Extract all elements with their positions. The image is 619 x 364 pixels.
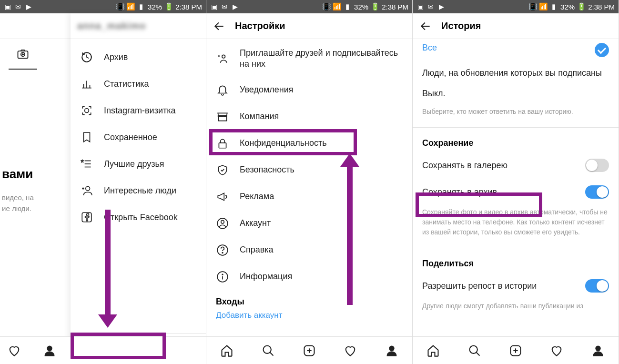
menu-label: Приглашайте друзей и подписывайтесь на н… (240, 48, 403, 70)
svg-point-24 (222, 55, 225, 59)
username-header: anna_makimo (77, 20, 146, 31)
settings-item-notifications[interactable]: Уведомления (206, 77, 412, 103)
panel-settings: ▣ ✉ ▶ 📳 📶 ▮ 32% 🔋 2:38 PM Настройки Приг… (206, 0, 413, 364)
settings-item-help[interactable]: Справка (206, 237, 412, 263)
svg-point-22 (47, 346, 51, 350)
save-archive-row[interactable]: Сохранять в архив (413, 179, 619, 205)
help-icon (216, 243, 229, 257)
svg-point-35 (263, 345, 271, 353)
settings-item-business[interactable]: Компания (206, 103, 412, 130)
signal-icon: ▮ (137, 3, 145, 10)
stats-icon (80, 77, 93, 91)
svg-marker-16 (81, 160, 83, 162)
add-post-icon[interactable] (508, 344, 523, 358)
back-arrow-icon[interactable] (419, 20, 432, 32)
menu-item-facebook[interactable]: Открыть Facebook (71, 204, 206, 231)
heart-icon[interactable] (0, 344, 29, 358)
invite-icon (216, 52, 229, 65)
add-post-icon[interactable] (302, 344, 316, 358)
wifi-icon: 📶 (539, 3, 547, 10)
menu-item-discover[interactable]: Интересные люди (71, 177, 206, 204)
archive-icon (80, 51, 93, 64)
save-gallery-row[interactable]: Сохранять в галерею (413, 152, 619, 179)
add-photo-tab[interactable] (9, 39, 37, 70)
svg-line-36 (270, 352, 273, 355)
profile-icon[interactable] (591, 344, 605, 358)
bookmark-icon (80, 131, 93, 144)
status-bar: ▣ ✉ ▶ 📳 📶 ▮ 32% 🔋 2:38 PM (0, 0, 206, 13)
svg-line-43 (476, 352, 479, 355)
vibrate-icon: 📳 (116, 3, 124, 10)
menu-item-close-friends[interactable]: Лучшие друзья (71, 151, 206, 177)
menu-item-nametag[interactable]: Instagram-визитка (71, 97, 206, 124)
menu-item-archive[interactable]: Архив (71, 44, 206, 71)
picture-icon: ▣ (416, 3, 424, 10)
settings-item-info[interactable]: Информация (206, 263, 412, 290)
menu-label: Статистика (104, 79, 149, 89)
play-icon: ▶ (231, 3, 239, 10)
option-off-label[interactable]: Выкл. (413, 84, 619, 105)
search-icon[interactable] (261, 344, 275, 358)
lock-icon (216, 137, 229, 150)
settings-item-ads[interactable]: Реклама (206, 183, 412, 210)
large-fragment-text: вами (0, 167, 33, 182)
heart-icon[interactable] (343, 344, 357, 358)
settings-item-privacy[interactable]: Конфиденциальность (206, 130, 412, 157)
save-section-title: Сохранение (413, 131, 619, 152)
option-all-row[interactable]: Все (413, 41, 619, 62)
svg-point-12 (85, 109, 89, 113)
play-icon: ▶ (25, 3, 32, 10)
home-icon[interactable] (220, 344, 234, 358)
svg-rect-27 (219, 143, 226, 148)
nametag-icon (80, 104, 93, 117)
svg-point-42 (469, 345, 477, 353)
settings-item-account[interactable]: Аккаунт (206, 210, 412, 237)
hamburger-icon[interactable] (49, 20, 61, 32)
divider (413, 248, 619, 248)
profile-side-menu: anna_makimo Архив Статистика Instagram-в… (71, 13, 206, 364)
account-icon (216, 217, 229, 230)
save-gallery-label: Сохранять в галерею (422, 161, 507, 171)
battery-icon: 🔋 (371, 3, 379, 10)
allow-repost-toggle[interactable] (585, 279, 609, 293)
save-gallery-toggle[interactable] (585, 159, 609, 172)
home-icon[interactable] (426, 344, 440, 358)
bottom-tab-bar (206, 336, 412, 364)
reply-hint-text: Выберите, кто может ответить на вашу ист… (413, 105, 619, 124)
allow-repost-row[interactable]: Разрешить репост в истории (413, 273, 619, 299)
profile-page-fragment: вами видео, на ие люди. (0, 13, 71, 364)
wifi-icon: 📶 (333, 3, 341, 10)
menu-item-saved[interactable]: Сохраненное (71, 124, 206, 151)
svg-point-47 (596, 346, 600, 350)
menu-label: Лучшие друзья (104, 159, 164, 169)
share-section-title: Поделиться (413, 251, 619, 273)
panel-story-settings: ▣ ✉ ▶ 📳 📶 ▮ 32% 🔋 2:38 PM История Все Лю… (413, 0, 619, 364)
picture-icon: ▣ (4, 3, 11, 10)
divider (413, 127, 619, 128)
bell-icon (216, 83, 229, 97)
settings-item-security[interactable]: Безопасность (206, 157, 412, 183)
option-followed-label[interactable]: Люди, на обновления которых вы подписаны (413, 62, 619, 84)
menu-item-stats[interactable]: Статистика (71, 71, 206, 97)
vibrate-icon: 📳 (323, 3, 330, 10)
menu-label: Реклама (240, 192, 274, 202)
battery-icon: 🔋 (578, 3, 585, 10)
menu-label: Уведомления (240, 85, 294, 95)
small-fragment-text: видео, на ие люди. (0, 192, 34, 214)
settings-item-invite[interactable]: Приглашайте друзей и подписывайтесь на н… (206, 41, 412, 77)
battery-text: 32% (354, 3, 368, 11)
save-archive-toggle[interactable] (585, 185, 609, 199)
shield-icon (216, 163, 229, 177)
profile-icon[interactable] (385, 344, 399, 358)
story-header: История (413, 13, 619, 39)
back-arrow-icon[interactable] (213, 20, 225, 32)
heart-icon[interactable] (549, 344, 564, 358)
wifi-icon: 📶 (127, 3, 134, 10)
add-account-link[interactable]: Добавить аккаунт (206, 311, 412, 325)
profile-icon[interactable] (29, 344, 71, 358)
page-title: История (441, 20, 481, 31)
search-icon[interactable] (467, 344, 482, 358)
logins-section: Входы (206, 290, 412, 311)
menu-label: Справка (240, 245, 274, 255)
menu-label: Аккаунт (240, 218, 271, 228)
